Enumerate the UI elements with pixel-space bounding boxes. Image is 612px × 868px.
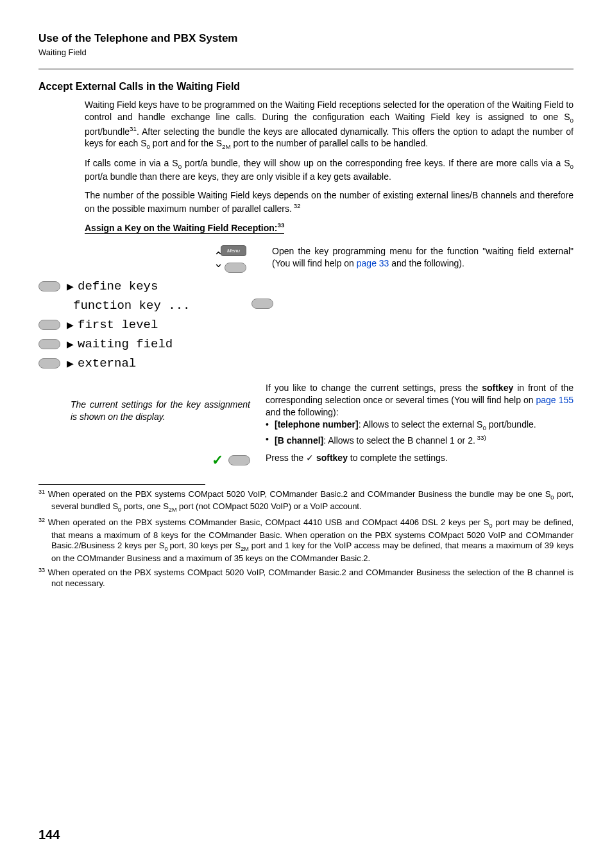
bullet-b-channel: [B channel]: Allows to select the B chan… [266,433,574,447]
bullet2-text: : Allows to select the B channel 1 or 2. [323,435,475,446]
menu-external: external [75,356,136,370]
para2-text-a: If calls come in via a S [85,158,178,168]
step-open-text: Open the key programming menu for the fu… [257,245,574,270]
bullet2-bold: [B channel] [275,435,323,446]
softkey-oval[interactable] [228,455,250,465]
page-155-link[interactable]: page 155 [536,395,574,405]
step-open-menu: Menu ⌃⌄ Open the key programming menu fo… [38,245,574,273]
footnote-divider [38,484,205,485]
page-number: 144 [38,828,60,842]
body-paragraph-3: The number of the possible Waiting Field… [85,189,574,214]
menu-row-first: ▶ first level [38,318,574,332]
f31-c: ports, one S [121,501,169,511]
bullet1-text-b: port/bundle. [486,419,536,430]
softkey-oval[interactable] [38,281,60,291]
page-33-link[interactable]: page 33 [357,258,389,268]
press-b: to complete the settings. [348,453,448,463]
menu-arrow-icon: ▶ [60,320,75,330]
f32-c: port, 30 keys per S [169,541,241,550]
subheading: Assign a Key on the Waiting Field Recept… [85,221,284,234]
menu-row-waiting: ▶ waiting field [38,337,574,351]
footnote-31: 31 When operated on the PBX systems COMp… [38,489,574,514]
softkey-oval[interactable] [251,299,273,309]
softkey-oval[interactable] [38,339,60,349]
f32-a: When operated on the PBX systems COMmand… [48,517,489,527]
menu-waiting-field: waiting field [75,337,173,351]
press-text: Press the ✓ softkey to complete the sett… [250,452,574,464]
press-bold: softkey [316,453,348,463]
para2-text-b: port/a bundle, they will show up on the … [182,158,570,168]
footnote-32: 32 When operated on the PBX systems COMm… [38,517,574,564]
step-settings: The current settings for the key assignm… [38,382,574,447]
menu-arrow-icon: ▶ [60,281,75,291]
body-paragraph-2: If calls come in via a S0 port/a bundle,… [85,157,574,183]
menu-arrow-icon: ▶ [60,358,75,369]
para1-text-e: port to the number of parallel calls to … [231,138,428,148]
check-inline-icon: ✓ [306,453,316,463]
menu-row-function: function key ... [38,299,574,313]
bullet-telephone-number: [telephone number]: Allows to select the… [266,419,574,432]
menu-function-key: function key ... [71,299,190,313]
menu-define-keys: define keys [75,279,158,293]
up-down-icon: ⌃⌄ [212,253,225,267]
settings-a: If you like to change the current settin… [266,383,482,393]
menu-row-external: ▶ external [38,356,574,370]
settings-bullets: [telephone number]: Allows to select the… [266,419,574,447]
para3-text-a: The number of the possible Waiting Field… [85,190,574,214]
menu-row-define: ▶ define keys [38,279,574,293]
softkey-oval[interactable] [38,320,60,330]
page-header: Use of the Telephone and PBX System Wait… [38,32,574,57]
step-open-b: and the following). [389,258,464,268]
body-paragraph-1: Waiting Field keys have to be programmed… [85,99,574,151]
subheading-text: Assign a Key on the Waiting Field Recept… [85,222,278,232]
header-divider [38,69,574,69]
para1-text-d: port and for the S [150,138,222,148]
para2-text-c: port/a bundle than there are keys, they … [85,171,391,182]
f33-text: When operated on the PBX systems COMpact… [47,568,574,588]
menu-button-label: Menu [227,248,240,254]
bullet1-bold: [telephone number] [275,419,359,430]
f31-d: port (not COMpact 5020 VoIP) or a VoIP a… [177,501,362,511]
italic-note: The current settings for the key assignm… [71,399,250,423]
step-press-softkey: ✓ Press the ✓ softkey to complete the se… [38,452,574,469]
press-a: Press the [266,453,306,463]
para1-text-a: Waiting Field keys have to be programmed… [85,100,574,122]
softkey-oval[interactable] [225,263,246,273]
f31-a: When operated on the PBX systems COMpact… [48,489,551,499]
settings-c: and the following): [266,407,339,417]
para1-text-b: port/bundle [85,126,130,137]
footnote-33: 33 When operated on the PBX systems COMp… [38,567,574,589]
menu-arrow-icon: ▶ [60,339,75,349]
softkey-oval[interactable] [38,358,60,369]
settings-text: If you like to change the current settin… [250,382,574,447]
check-icon: ✓ [212,452,226,469]
menu-first-level: first level [75,318,158,332]
header-subtitle: Waiting Field [38,48,574,57]
settings-bold-softkey: softkey [482,383,513,393]
header-title: Use of the Telephone and PBX System [38,32,574,45]
bullet1-text-a: : Allows to select the external S [359,419,483,430]
menu-button[interactable]: Menu [221,245,246,256]
section-heading: Accept External Calls in the Waiting Fie… [38,81,574,92]
